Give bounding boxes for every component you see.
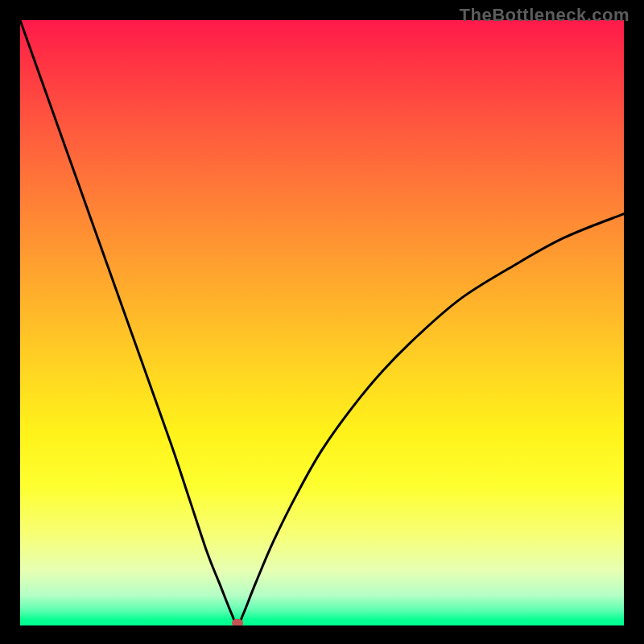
minimum-marker — [232, 619, 243, 625]
plot-area — [20, 20, 624, 625]
chart-container: TheBottleneck.com — [0, 0, 644, 644]
bottleneck-curve — [20, 20, 624, 625]
watermark-text: TheBottleneck.com — [460, 5, 630, 26]
